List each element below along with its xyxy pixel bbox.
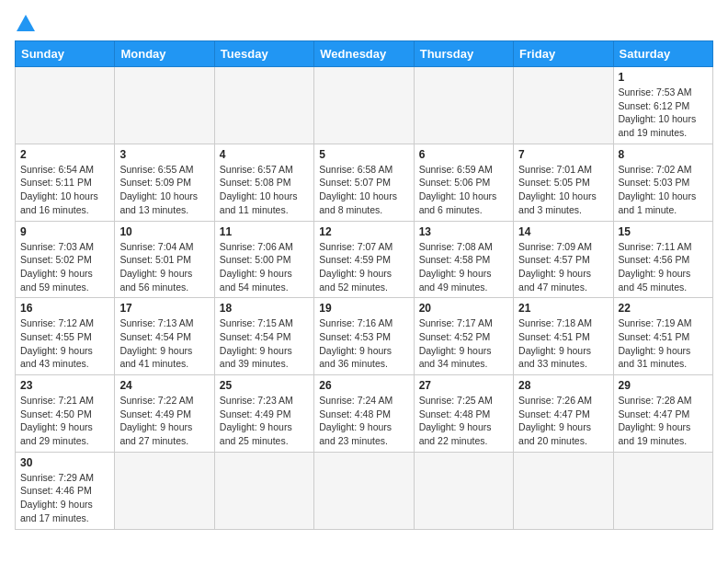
day-number: 30 bbox=[20, 456, 109, 469]
calendar-week-row: 16Sunrise: 7:12 AM Sunset: 4:55 PM Dayli… bbox=[16, 298, 713, 375]
day-number: 3 bbox=[119, 148, 209, 161]
day-number: 26 bbox=[319, 379, 408, 392]
day-number: 24 bbox=[119, 379, 209, 392]
calendar-day-cell: 18Sunrise: 7:15 AM Sunset: 4:54 PM Dayli… bbox=[214, 298, 313, 375]
day-number: 13 bbox=[419, 225, 508, 238]
logo-triangle-icon bbox=[17, 15, 35, 31]
day-info: Sunrise: 7:18 AM Sunset: 4:51 PM Dayligh… bbox=[518, 316, 608, 371]
day-info: Sunrise: 6:58 AM Sunset: 5:07 PM Dayligh… bbox=[319, 163, 408, 217]
day-info: Sunrise: 7:24 AM Sunset: 4:48 PM Dayligh… bbox=[319, 394, 408, 448]
calendar-day-cell: 7Sunrise: 7:01 AM Sunset: 5:05 PM Daylig… bbox=[514, 144, 613, 221]
day-info: Sunrise: 7:04 AM Sunset: 5:01 PM Dayligh… bbox=[119, 240, 209, 294]
calendar-day-cell: 10Sunrise: 7:04 AM Sunset: 5:01 PM Dayli… bbox=[115, 221, 214, 298]
calendar-day-cell bbox=[16, 67, 115, 144]
calendar-day-cell: 24Sunrise: 7:22 AM Sunset: 4:49 PM Dayli… bbox=[115, 375, 214, 453]
day-info: Sunrise: 7:16 AM Sunset: 4:53 PM Dayligh… bbox=[319, 316, 408, 371]
calendar-day-cell: 29Sunrise: 7:28 AM Sunset: 4:47 PM Dayli… bbox=[613, 375, 712, 453]
calendar-day-cell bbox=[613, 452, 712, 529]
day-number: 25 bbox=[220, 379, 309, 392]
day-number: 28 bbox=[518, 379, 608, 392]
calendar-day-cell: 15Sunrise: 7:11 AM Sunset: 4:56 PM Dayli… bbox=[613, 221, 712, 298]
day-info: Sunrise: 6:57 AM Sunset: 5:08 PM Dayligh… bbox=[220, 163, 309, 217]
day-number: 9 bbox=[20, 225, 109, 238]
day-info: Sunrise: 7:12 AM Sunset: 4:55 PM Dayligh… bbox=[20, 316, 109, 371]
day-info: Sunrise: 7:01 AM Sunset: 5:05 PM Dayligh… bbox=[518, 163, 608, 217]
day-number: 20 bbox=[419, 302, 508, 315]
day-number: 6 bbox=[419, 148, 508, 161]
calendar-day-cell: 14Sunrise: 7:09 AM Sunset: 4:57 PM Dayli… bbox=[514, 221, 613, 298]
calendar-day-cell: 1Sunrise: 7:53 AM Sunset: 6:12 PM Daylig… bbox=[613, 67, 712, 144]
calendar-day-cell: 27Sunrise: 7:25 AM Sunset: 4:48 PM Dayli… bbox=[414, 375, 513, 453]
calendar-day-cell bbox=[214, 452, 313, 529]
calendar-day-cell bbox=[214, 67, 313, 144]
calendar-day-cell: 12Sunrise: 7:07 AM Sunset: 4:59 PM Dayli… bbox=[314, 221, 414, 298]
day-info: Sunrise: 7:26 AM Sunset: 4:47 PM Dayligh… bbox=[518, 394, 608, 448]
calendar-day-cell: 19Sunrise: 7:16 AM Sunset: 4:53 PM Dayli… bbox=[314, 298, 414, 375]
calendar-day-cell bbox=[115, 452, 214, 529]
day-info: Sunrise: 7:07 AM Sunset: 4:59 PM Dayligh… bbox=[319, 240, 408, 294]
calendar-day-cell: 11Sunrise: 7:06 AM Sunset: 5:00 PM Dayli… bbox=[214, 221, 313, 298]
day-number: 7 bbox=[518, 148, 608, 161]
day-info: Sunrise: 7:15 AM Sunset: 4:54 PM Dayligh… bbox=[220, 316, 309, 371]
day-info: Sunrise: 7:29 AM Sunset: 4:46 PM Dayligh… bbox=[20, 471, 109, 525]
calendar-day-header: Thursday bbox=[414, 41, 513, 67]
day-number: 1 bbox=[619, 71, 708, 84]
calendar-day-header: Monday bbox=[115, 41, 214, 67]
day-info: Sunrise: 7:02 AM Sunset: 5:03 PM Dayligh… bbox=[619, 163, 708, 217]
day-number: 22 bbox=[619, 302, 708, 315]
calendar-week-row: 9Sunrise: 7:03 AM Sunset: 5:02 PM Daylig… bbox=[16, 221, 713, 298]
calendar-day-cell: 8Sunrise: 7:02 AM Sunset: 5:03 PM Daylig… bbox=[613, 144, 712, 221]
calendar-day-cell: 16Sunrise: 7:12 AM Sunset: 4:55 PM Dayli… bbox=[16, 298, 115, 375]
calendar-day-cell: 22Sunrise: 7:19 AM Sunset: 4:51 PM Dayli… bbox=[613, 298, 712, 375]
calendar-day-cell: 13Sunrise: 7:08 AM Sunset: 4:58 PM Dayli… bbox=[414, 221, 513, 298]
day-number: 23 bbox=[20, 379, 109, 392]
day-number: 4 bbox=[220, 148, 309, 161]
day-number: 2 bbox=[20, 148, 109, 161]
calendar-day-header: Saturday bbox=[613, 41, 712, 67]
day-info: Sunrise: 7:03 AM Sunset: 5:02 PM Dayligh… bbox=[20, 240, 109, 294]
day-number: 21 bbox=[518, 302, 608, 315]
calendar-day-cell: 21Sunrise: 7:18 AM Sunset: 4:51 PM Dayli… bbox=[514, 298, 613, 375]
day-number: 10 bbox=[119, 225, 209, 238]
calendar-day-cell bbox=[314, 67, 414, 144]
day-info: Sunrise: 6:54 AM Sunset: 5:11 PM Dayligh… bbox=[20, 163, 109, 217]
day-number: 14 bbox=[518, 225, 608, 238]
calendar-day-cell: 9Sunrise: 7:03 AM Sunset: 5:02 PM Daylig… bbox=[16, 221, 115, 298]
calendar-day-header: Wednesday bbox=[314, 41, 414, 67]
day-info: Sunrise: 7:17 AM Sunset: 4:52 PM Dayligh… bbox=[419, 316, 508, 371]
calendar-day-cell: 25Sunrise: 7:23 AM Sunset: 4:49 PM Dayli… bbox=[214, 375, 313, 453]
header bbox=[15, 15, 713, 31]
calendar-day-cell: 2Sunrise: 6:54 AM Sunset: 5:11 PM Daylig… bbox=[16, 144, 115, 221]
day-info: Sunrise: 6:59 AM Sunset: 5:06 PM Dayligh… bbox=[419, 163, 508, 217]
day-number: 5 bbox=[319, 148, 408, 161]
calendar-week-row: 1Sunrise: 7:53 AM Sunset: 6:12 PM Daylig… bbox=[16, 67, 713, 144]
calendar-day-cell: 17Sunrise: 7:13 AM Sunset: 4:54 PM Dayli… bbox=[115, 298, 214, 375]
calendar-week-row: 2Sunrise: 6:54 AM Sunset: 5:11 PM Daylig… bbox=[16, 144, 713, 221]
calendar-day-cell bbox=[414, 452, 513, 529]
calendar-day-cell: 5Sunrise: 6:58 AM Sunset: 5:07 PM Daylig… bbox=[314, 144, 414, 221]
calendar-day-cell bbox=[514, 452, 613, 529]
logo bbox=[15, 15, 35, 31]
day-info: Sunrise: 7:25 AM Sunset: 4:48 PM Dayligh… bbox=[419, 394, 508, 448]
day-number: 19 bbox=[319, 302, 408, 315]
calendar-day-cell bbox=[414, 67, 513, 144]
day-info: Sunrise: 7:19 AM Sunset: 4:51 PM Dayligh… bbox=[619, 316, 708, 371]
day-number: 8 bbox=[619, 148, 708, 161]
calendar-day-cell: 3Sunrise: 6:55 AM Sunset: 5:09 PM Daylig… bbox=[115, 144, 214, 221]
day-info: Sunrise: 7:13 AM Sunset: 4:54 PM Dayligh… bbox=[119, 316, 209, 371]
day-number: 12 bbox=[319, 225, 408, 238]
day-number: 27 bbox=[419, 379, 508, 392]
day-info: Sunrise: 7:09 AM Sunset: 4:57 PM Dayligh… bbox=[518, 240, 608, 294]
calendar-day-cell: 30Sunrise: 7:29 AM Sunset: 4:46 PM Dayli… bbox=[16, 452, 115, 529]
day-info: Sunrise: 7:06 AM Sunset: 5:00 PM Dayligh… bbox=[220, 240, 309, 294]
day-info: Sunrise: 7:28 AM Sunset: 4:47 PM Dayligh… bbox=[619, 394, 708, 448]
calendar-day-cell: 6Sunrise: 6:59 AM Sunset: 5:06 PM Daylig… bbox=[414, 144, 513, 221]
calendar-day-cell bbox=[115, 67, 214, 144]
calendar-day-cell bbox=[314, 452, 414, 529]
day-info: Sunrise: 6:55 AM Sunset: 5:09 PM Dayligh… bbox=[119, 163, 209, 217]
day-info: Sunrise: 7:08 AM Sunset: 4:58 PM Dayligh… bbox=[419, 240, 508, 294]
calendar-day-cell: 23Sunrise: 7:21 AM Sunset: 4:50 PM Dayli… bbox=[16, 375, 115, 453]
calendar-day-cell bbox=[514, 67, 613, 144]
day-info: Sunrise: 7:11 AM Sunset: 4:56 PM Dayligh… bbox=[619, 240, 708, 294]
day-info: Sunrise: 7:23 AM Sunset: 4:49 PM Dayligh… bbox=[220, 394, 309, 448]
